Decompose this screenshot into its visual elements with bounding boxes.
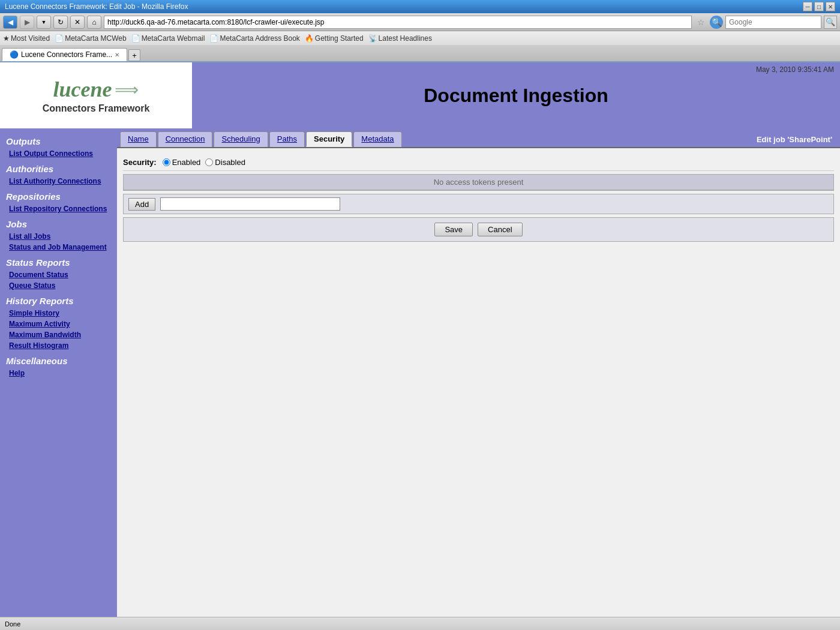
sidebar-item-list-output-connections[interactable]: List Output Connections xyxy=(0,148,117,159)
sidebar-title-jobs: Jobs xyxy=(0,214,117,231)
fire-icon: 🔥 xyxy=(305,34,314,43)
sidebar-item-maximum-activity[interactable]: Maximum Activity xyxy=(0,319,117,329)
search-input[interactable] xyxy=(725,16,821,29)
header-datetime: May 3, 2010 9:35:41 AM xyxy=(756,65,834,74)
action-row: Save Cancel xyxy=(123,217,834,242)
sidebar-item-status-job-management[interactable]: Status and Job Management xyxy=(0,242,117,253)
tab-connection[interactable]: Connection xyxy=(158,131,213,147)
sidebar-section-outputs: Outputs List Output Connections xyxy=(0,131,117,159)
restore-button[interactable]: □ xyxy=(814,2,824,11)
sidebar-item-document-status[interactable]: Document Status xyxy=(0,269,117,280)
sidebar-item-simple-history[interactable]: Simple History xyxy=(0,308,117,319)
forward-button[interactable]: ▶ xyxy=(20,16,34,29)
sidebar-title-status-reports: Status Reports xyxy=(0,253,117,269)
tab-security[interactable]: Security xyxy=(306,131,352,147)
tab-nav-left: Name Connection Scheduling Paths Securit… xyxy=(120,131,402,147)
tokens-table: No access tokens present xyxy=(123,174,834,191)
minimize-button[interactable]: ─ xyxy=(803,2,812,11)
sidebar-item-result-histogram[interactable]: Result Histogram xyxy=(0,340,117,351)
bookmark-metacarta-mcweb[interactable]: 📄 MetaCarta MCWeb xyxy=(55,34,126,43)
status-text: Done xyxy=(5,620,20,628)
home-button[interactable]: ⌂ xyxy=(87,16,101,29)
sidebar-title-repositories: Repositories xyxy=(0,187,117,203)
tab-name[interactable]: Name xyxy=(120,131,157,147)
sidebar-item-list-repository-connections[interactable]: List Repository Connections xyxy=(0,203,117,214)
logo-arrow-icon: ⟹ xyxy=(115,80,139,100)
logo-section: lucene ⟹ Connectors Framework xyxy=(0,62,192,128)
back-button[interactable]: ◀ xyxy=(3,16,17,29)
job-label: Edit job 'SharePoint' xyxy=(752,133,837,146)
tab-label: Lucene Connectors Frame... xyxy=(21,50,112,59)
bookmark-most-visited[interactable]: ★ Most Visited xyxy=(3,34,50,43)
disabled-label: Disabled xyxy=(215,158,245,167)
bookmark-metacarta-address[interactable]: 📄 MetaCarta Address Book xyxy=(209,34,299,43)
star-icon[interactable]: ☆ xyxy=(694,16,707,29)
enabled-label: Enabled xyxy=(172,158,201,167)
sidebar-item-list-all-jobs[interactable]: List all Jobs xyxy=(0,231,117,242)
add-button[interactable]: Add xyxy=(128,198,155,211)
refresh-button[interactable]: ↻ xyxy=(53,16,68,29)
logo-subtitle: Connectors Framework xyxy=(43,103,150,114)
browser-toolbar: ◀ ▶ ▼ ↻ ✕ ⌂ ☆ 🔍 🔍 xyxy=(0,13,840,31)
sidebar-item-list-authority-connections[interactable]: List Authority Connections xyxy=(0,176,117,187)
address-bar[interactable] xyxy=(104,16,692,29)
tab-close-icon[interactable]: ✕ xyxy=(115,52,119,58)
feed-icon: 📡 xyxy=(368,34,377,43)
enabled-radio[interactable] xyxy=(163,158,170,166)
sidebar: Outputs List Output Connections Authorit… xyxy=(0,128,117,629)
menu-button[interactable]: ▼ xyxy=(37,16,51,29)
add-row: Add xyxy=(123,194,834,214)
sidebar-section-authorities: Authorities List Authority Connections xyxy=(0,159,117,187)
browser-title: Lucene Connectors Framework: Edit Job - … xyxy=(5,2,188,11)
browser-tab-active[interactable]: 🔵 Lucene Connectors Frame... ✕ xyxy=(2,48,127,61)
sidebar-title-authorities: Authorities xyxy=(0,159,117,176)
sidebar-title-miscellaneous: Miscellaneous xyxy=(0,351,117,368)
tokens-header: No access tokens present xyxy=(124,175,833,190)
browser-window-controls: ─ □ ✕ xyxy=(803,2,835,11)
sidebar-section-history-reports: History Reports Simple History Maximum A… xyxy=(0,291,117,351)
page-icon: 📄 xyxy=(209,34,218,43)
logo-swoosh: lucene xyxy=(53,77,112,102)
bookmark-latest-headlines[interactable]: 📡 Latest Headlines xyxy=(368,34,432,43)
form-content: Security: Enabled Disabled xyxy=(117,148,840,248)
new-tab-button[interactable]: + xyxy=(128,49,140,61)
search-icon[interactable]: 🔍 xyxy=(824,16,837,29)
security-label: Security: xyxy=(123,158,157,167)
tab-metadata[interactable]: Metadata xyxy=(353,131,401,147)
tab-favicon: 🔵 xyxy=(10,50,19,59)
browser-tab-bar: 🔵 Lucene Connectors Frame... ✕ + xyxy=(0,46,840,62)
enabled-radio-option[interactable]: Enabled xyxy=(163,158,201,167)
page-title: Document Ingestion xyxy=(424,85,608,107)
page-icon: 📄 xyxy=(131,34,140,43)
tab-navigation: Name Connection Scheduling Paths Securit… xyxy=(117,128,840,148)
tab-scheduling[interactable]: Scheduling xyxy=(214,131,268,147)
stop-button[interactable]: ✕ xyxy=(70,16,85,29)
disabled-radio-option[interactable]: Disabled xyxy=(205,158,245,167)
disabled-radio[interactable] xyxy=(205,158,213,166)
security-row: Security: Enabled Disabled xyxy=(123,154,834,171)
content-area: Name Connection Scheduling Paths Securit… xyxy=(117,128,840,629)
sidebar-title-history-reports: History Reports xyxy=(0,291,117,308)
sidebar-item-queue-status[interactable]: Queue Status xyxy=(0,280,117,291)
sidebar-item-help[interactable]: Help xyxy=(0,368,117,379)
bookmark-metacarta-webmail[interactable]: 📄 MetaCarta Webmail xyxy=(131,34,205,43)
close-button[interactable]: ✕ xyxy=(826,2,835,11)
status-bar: Done xyxy=(0,617,840,630)
save-button[interactable]: Save xyxy=(434,223,473,236)
sidebar-section-status-reports: Status Reports Document Status Queue Sta… xyxy=(0,253,117,291)
cancel-button[interactable]: Cancel xyxy=(478,223,522,236)
page-icon: 📄 xyxy=(55,34,64,43)
radio-group: Enabled Disabled xyxy=(163,158,245,167)
star-icon: ★ xyxy=(3,34,10,43)
sidebar-section-repositories: Repositories List Repository Connections xyxy=(0,187,117,214)
browser-titlebar: Lucene Connectors Framework: Edit Job - … xyxy=(0,0,840,13)
token-input[interactable] xyxy=(160,197,340,211)
browser-icon: 🔍 xyxy=(710,16,723,29)
sidebar-section-jobs: Jobs List all Jobs Status and Job Manage… xyxy=(0,214,117,253)
sidebar-item-maximum-bandwidth[interactable]: Maximum Bandwidth xyxy=(0,329,117,340)
bookmarks-bar: ★ Most Visited 📄 MetaCarta MCWeb 📄 MetaC… xyxy=(0,31,840,46)
header-title-section: Document Ingestion xyxy=(192,62,840,128)
tab-paths[interactable]: Paths xyxy=(269,131,305,147)
sidebar-title-outputs: Outputs xyxy=(0,131,117,148)
bookmark-getting-started[interactable]: 🔥 Getting Started xyxy=(305,34,364,43)
